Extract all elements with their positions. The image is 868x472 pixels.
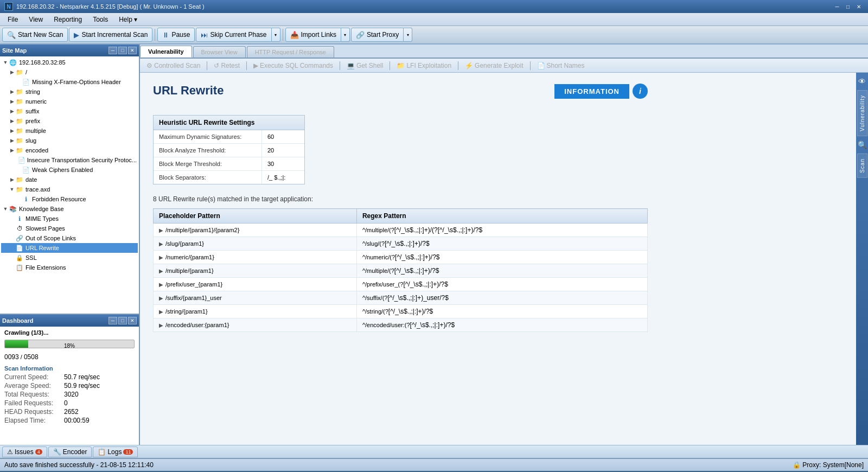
sitemap-item-slug[interactable]: ▶ 📁 slug	[1, 136, 138, 145]
scan-panel-icon[interactable]: 🔍	[856, 138, 869, 151]
start-incremental-scan-button[interactable]: ▶ Start Incremental Scan	[69, 28, 152, 42]
sitemap-item-insecure[interactable]: ▶ 📄 Insecure Transportation Security Pro…	[1, 155, 138, 165]
table-row[interactable]: ▶/encoded/user:{param1} ^/encoded/user:(…	[154, 318, 648, 332]
skip-phase-button[interactable]: ⏭ Skip Current Phase	[196, 28, 271, 42]
expand-icon[interactable]: ▶	[9, 176, 15, 183]
title-bar: N 192.168.20.32 - Netsparker 4.1.5.215 […	[0, 0, 868, 13]
table-row[interactable]: ▶/suffix/{param1}_user ^/suffix/(?[^/_\s…	[154, 291, 648, 305]
restore-button[interactable]: □	[843, 2, 853, 11]
row-expand-arrow[interactable]: ▶	[159, 254, 163, 260]
scan-side-btn[interactable]: Scan	[857, 154, 867, 178]
expand-icon[interactable]: ▶	[9, 137, 15, 144]
sitemap-minimize-btn[interactable]: ─	[108, 47, 117, 54]
start-proxy-button[interactable]: 🔗 Start Proxy	[351, 28, 404, 42]
encoder-tab[interactable]: 🔧 Encoder	[48, 447, 92, 457]
dashboard-close-btn[interactable]: ✕	[128, 317, 137, 324]
tab-browser-view[interactable]: Browser View	[193, 46, 246, 58]
sitemap-close-btn[interactable]: ✕	[128, 47, 137, 54]
row-expand-arrow[interactable]: ▶	[159, 295, 163, 301]
tree-item-label: Slowest Pages	[25, 225, 65, 232]
sitemap-item-encoded[interactable]: ▶ 📁 encoded	[1, 145, 138, 155]
menu-view[interactable]: View	[23, 14, 48, 25]
table-row[interactable]: ▶/slug/{param1} ^/slug/(?[^/_\s$.,;|:]+)…	[154, 237, 648, 251]
info-circle-button[interactable]: i	[633, 84, 648, 99]
sitemap-item-missing-xframe[interactable]: ▶ 📄 Missing X-Frame-Options Header	[1, 77, 138, 87]
table-row[interactable]: ▶/numeric/{param1} ^/numeric/(?[^/_\s$.,…	[154, 251, 648, 264]
information-button[interactable]: INFORMATION	[554, 84, 629, 99]
sitemap-item-file-extensions[interactable]: ▶ 📋 File Extensions	[1, 263, 138, 272]
scan-icon: 🔍	[7, 31, 16, 39]
tree-item-label: Out of Scope Links	[25, 235, 76, 241]
sitemap-item-ssl[interactable]: ▶ 🔒 SSL	[1, 253, 138, 263]
dashboard-restore-btn[interactable]: □	[118, 317, 127, 324]
sitemap-item-trace[interactable]: ▼ 📁 trace.axd	[1, 184, 138, 194]
status-bar: Auto save finished successfully - 21-08-…	[0, 458, 868, 471]
row-expand-arrow[interactable]: ▶	[159, 268, 163, 274]
vulnerability-panel-icon[interactable]: 👁	[856, 75, 868, 88]
scan-info-speed: Current Speed: 50.7 req/sec	[4, 373, 135, 381]
sitemap-item-url-rewrite[interactable]: ▶ 📄 URL Rewrite	[1, 243, 138, 253]
sitemap-item-weak-ciphers[interactable]: ▶ 📄 Weak Ciphers Enabled	[1, 165, 138, 175]
short-names-icon: 📄	[537, 62, 545, 69]
expand-icon[interactable]: ▶	[9, 69, 15, 75]
row-expand-arrow[interactable]: ▶	[159, 227, 163, 233]
expand-icon[interactable]: ▶	[9, 147, 15, 154]
sitemap-item-slowest[interactable]: ▶ ⏱ Slowest Pages	[1, 224, 138, 233]
table-row[interactable]: ▶/prefix/user_{param1} ^/prefix/user_(?[…	[154, 278, 648, 291]
start-proxy-dropdown-arrow[interactable]: ▾	[404, 28, 412, 42]
sitemap-item-knowledge-base[interactable]: ▼ 📚 Knowledge Base	[1, 204, 138, 214]
sitemap-item-root[interactable]: ▼ 🌐 192.168.20.32:85	[1, 58, 138, 67]
sitemap-restore-btn[interactable]: □	[118, 47, 127, 54]
sitemap-item-prefix[interactable]: ▶ 📁 prefix	[1, 116, 138, 126]
expand-icon[interactable]: ▶	[9, 88, 15, 95]
row-expand-arrow[interactable]: ▶	[159, 309, 163, 315]
total-requests: 0508	[24, 353, 39, 361]
minimize-button[interactable]: ─	[832, 2, 842, 11]
expand-icon[interactable]: ▶	[9, 118, 15, 124]
sitemap-item-suffix[interactable]: ▶ 📁 suffix	[1, 106, 138, 116]
sitemap-item-out-of-scope[interactable]: ▶ 🔗 Out of Scope Links	[1, 233, 138, 243]
table-row[interactable]: ▶/multiple/{param1}/{param2} ^/multiple/…	[154, 224, 648, 237]
app-logo: N	[4, 2, 13, 11]
expand-icon[interactable]: ▼	[9, 186, 15, 193]
logs-tab[interactable]: 📋 Logs 11	[93, 447, 138, 457]
tree-item-label: File Extensions	[25, 264, 66, 271]
table-row[interactable]: ▶/string/{param1} ^/string/(?[^/_\s$.,;|…	[154, 305, 648, 318]
vulnerability-side-btn[interactable]: Vulnerability	[857, 90, 867, 136]
tab-vulnerability[interactable]: Vulnerability	[140, 46, 192, 58]
sitemap-item-forbidden[interactable]: ▶ ℹ Forbidden Resource	[1, 194, 138, 204]
import-links-dropdown-arrow[interactable]: ▾	[341, 28, 350, 42]
sitemap-item-date[interactable]: ▶ 📁 date	[1, 175, 138, 184]
dashboard-minimize-btn[interactable]: ─	[108, 317, 117, 324]
sitemap-item-numeric[interactable]: ▶ 📁 numeric	[1, 97, 138, 106]
skip-phase-dropdown-arrow[interactable]: ▾	[272, 28, 280, 42]
issues-tab[interactable]: ⚠ Issues 4	[2, 447, 47, 457]
tab-http-request[interactable]: HTTP Request / Response	[247, 46, 334, 58]
menu-tools[interactable]: Tools	[87, 14, 113, 25]
incremental-icon: ▶	[74, 31, 79, 39]
sitemap-item-slash[interactable]: ▶ 📁 /	[1, 67, 138, 77]
table-row[interactable]: ▶/multiple/{param1} ^/multiple/(?[^/_\s$…	[154, 264, 648, 278]
start-new-scan-button[interactable]: 🔍 Start New Scan	[2, 28, 68, 42]
sitemap-item-multiple[interactable]: ▶ 📁 multiple	[1, 126, 138, 136]
sitemap-item-string[interactable]: ▶ 📁 string	[1, 87, 138, 97]
row-expand-arrow[interactable]: ▶	[159, 282, 163, 288]
expand-icon[interactable]: ▶	[9, 108, 15, 114]
menu-reporting[interactable]: Reporting	[48, 14, 87, 25]
row-expand-arrow[interactable]: ▶	[159, 322, 163, 328]
expand-icon[interactable]: ▶	[9, 127, 15, 134]
sitemap-item-mime[interactable]: ▶ ℹ MIME Types	[1, 214, 138, 224]
expand-icon[interactable]: ▼	[2, 206, 9, 212]
warning-page-icon: 📄	[22, 165, 30, 174]
import-links-button[interactable]: 📥 Import Links	[285, 28, 341, 42]
tree-item-label: multiple	[25, 127, 46, 134]
menu-file[interactable]: File	[2, 14, 23, 25]
menu-help[interactable]: Help ▾	[113, 14, 143, 25]
pause-button[interactable]: ⏸ Pause	[157, 28, 195, 42]
expand-icon[interactable]: ▶	[9, 98, 15, 105]
settings-value: 60	[262, 130, 279, 143]
expand-icon[interactable]: ▼	[2, 59, 9, 66]
status-right: 🔒 Proxy: System[None]	[793, 461, 864, 469]
close-button[interactable]: ✕	[854, 2, 864, 11]
row-expand-arrow[interactable]: ▶	[159, 241, 163, 247]
